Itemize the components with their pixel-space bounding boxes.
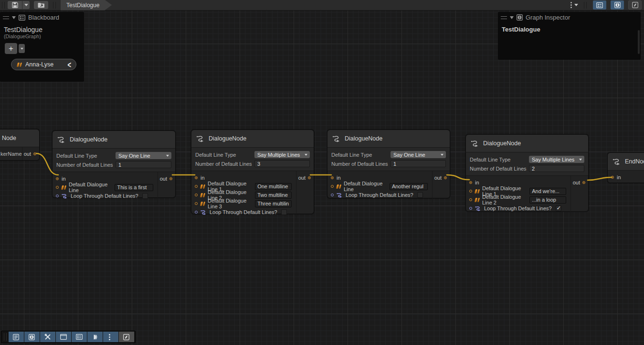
- dialogue-line-input[interactable]: One multiline: [255, 183, 292, 190]
- toolbar-drag-handle[interactable]: [4, 333, 7, 341]
- top-toolbar: TestDialogue: [0, 0, 644, 11]
- blackboard-add-row: +: [0, 39, 84, 54]
- dialogue-line-port[interactable]: [195, 202, 198, 205]
- info-button[interactable]: [24, 332, 40, 342]
- blackboard-field-anna-lyse[interactable]: Anna-Lyse <: [11, 59, 76, 70]
- num-lines-input[interactable]: 1: [116, 161, 171, 168]
- quote-icon: [200, 202, 205, 206]
- line-type-select[interactable]: Say One Line: [116, 152, 171, 159]
- dialogue-node-1[interactable]: DialogueNode Default Line Type Say One L…: [52, 130, 176, 198]
- inspector-toggle-button[interactable]: [611, 0, 624, 10]
- more-dots-icon[interactable]: [570, 2, 572, 8]
- num-lines-label: Number of Default Lines: [470, 166, 529, 172]
- collapse-arrow-icon[interactable]: [12, 16, 16, 19]
- dialogue-line-input[interactable]: And we're...: [529, 188, 566, 195]
- loop-port[interactable]: [56, 194, 59, 197]
- quote-icon: [61, 185, 66, 190]
- quill-button[interactable]: [119, 332, 134, 342]
- out-port[interactable]: [582, 181, 585, 184]
- tools-button[interactable]: [40, 332, 55, 342]
- node-title: Node: [2, 135, 16, 141]
- out-port[interactable]: [308, 176, 311, 179]
- inspector-header[interactable]: Graph Inspector: [498, 12, 641, 23]
- dialogue-line-port[interactable]: [469, 190, 472, 193]
- loop-checkbox[interactable]: [556, 205, 561, 211]
- save-options-button[interactable]: [22, 1, 30, 9]
- dialogue-line-port[interactable]: [469, 198, 472, 201]
- node-title-bar[interactable]: EndNode: [608, 153, 644, 171]
- field-collapse-chevron-icon[interactable]: <: [67, 60, 71, 69]
- graph-tab[interactable]: TestDialogue: [61, 0, 112, 11]
- loop-checkbox[interactable]: [417, 192, 423, 198]
- panel-drag-handle[interactable]: [501, 16, 507, 19]
- num-lines-input[interactable]: 1: [391, 160, 446, 167]
- dialogue-line-input[interactable]: Three multilin: [255, 200, 292, 207]
- out-port[interactable]: [444, 176, 447, 179]
- add-field-button[interactable]: +: [5, 43, 17, 54]
- dropdown-arrow-icon[interactable]: [574, 4, 578, 6]
- in-port-label: in: [337, 175, 341, 181]
- dialogue-node-2[interactable]: DialogueNode Default Line Type Say Multi…: [191, 129, 314, 214]
- in-port[interactable]: [331, 176, 334, 179]
- num-lines-input[interactable]: 3: [254, 160, 310, 167]
- open-asset-button[interactable]: [34, 1, 48, 9]
- dialogue-line-input[interactable]: Another regul: [390, 183, 428, 190]
- line-type-select[interactable]: Say Multiple Lines: [529, 156, 584, 163]
- loop-port[interactable]: [331, 194, 334, 196]
- node-title-bar[interactable]: DialogueNode: [191, 130, 314, 148]
- inspector-scrollbar[interactable]: [638, 30, 640, 54]
- dialogue-line-port[interactable]: [195, 185, 198, 188]
- blackboard-toggle-button[interactable]: [593, 0, 606, 10]
- num-lines-input[interactable]: 2: [529, 165, 584, 172]
- dialogue-node-3[interactable]: DialogueNode Default Line Type Say One L…: [327, 129, 450, 198]
- add-field-dropdown-button[interactable]: [19, 44, 25, 53]
- blackboard-button[interactable]: [72, 332, 87, 342]
- line-type-label: Default Line Type: [195, 152, 254, 158]
- window-button[interactable]: [56, 332, 71, 342]
- dialogue-line-port[interactable]: [331, 185, 334, 188]
- end-node[interactable]: EndNode in: [607, 152, 644, 183]
- collapse-arrow-icon[interactable]: [510, 16, 514, 19]
- quill-toggle-button[interactable]: [628, 0, 642, 10]
- toolbar-drag-handle[interactable]: [584, 2, 587, 9]
- loop-checkbox[interactable]: [281, 209, 287, 215]
- loop-port[interactable]: [469, 207, 472, 210]
- out-port[interactable]: [33, 152, 36, 155]
- transition-button[interactable]: [87, 332, 103, 342]
- dialogue-node-icon: [332, 135, 341, 142]
- more-options-button[interactable]: [103, 332, 118, 342]
- dialogue-node-4[interactable]: DialogueNode Default Line Type Say Multi…: [465, 134, 589, 212]
- dialogue-line-port[interactable]: [195, 194, 198, 196]
- toolbar-drag-handle[interactable]: [53, 2, 56, 9]
- dialogue-line-port[interactable]: [56, 186, 59, 189]
- node-title-bar[interactable]: DialogueNode: [327, 130, 450, 148]
- start-node[interactable]: Node kerName out: [0, 129, 40, 161]
- loop-port[interactable]: [195, 211, 198, 214]
- in-port[interactable]: [195, 176, 198, 179]
- in-port[interactable]: [611, 176, 614, 179]
- blackboard-header[interactable]: Blackboard: [0, 12, 84, 23]
- line-type-value: Say One Line: [118, 153, 150, 159]
- line-type-select[interactable]: Say One Line: [391, 151, 446, 158]
- loop-checkbox[interactable]: [142, 193, 148, 199]
- inspector-selection: TestDialogue: [498, 23, 641, 36]
- notes-icon: [13, 334, 19, 340]
- dialogue-line-input[interactable]: This is a first: [115, 184, 153, 191]
- node-title-bar[interactable]: DialogueNode: [53, 131, 175, 149]
- node-title-bar[interactable]: Node: [0, 129, 39, 147]
- out-port[interactable]: [169, 177, 172, 180]
- speaker-name-label: kerName: [0, 147, 22, 160]
- quote-icon: [17, 63, 22, 67]
- loop-icon: [475, 206, 481, 211]
- dialogue-line-input[interactable]: Two multiline: [255, 192, 292, 199]
- save-button[interactable]: [8, 1, 22, 9]
- in-port[interactable]: [469, 181, 472, 184]
- node-title-bar[interactable]: DialogueNode: [466, 135, 588, 152]
- dialogue-line-input[interactable]: ...in a loop: [529, 196, 566, 204]
- notes-button[interactable]: [9, 332, 24, 342]
- line-type-select[interactable]: Say Multiple Lines: [254, 151, 310, 158]
- num-lines-value: 1: [118, 162, 121, 168]
- in-port[interactable]: [56, 177, 59, 180]
- toolbar-drag-handle[interactable]: [2, 2, 5, 9]
- panel-drag-handle[interactable]: [3, 16, 9, 19]
